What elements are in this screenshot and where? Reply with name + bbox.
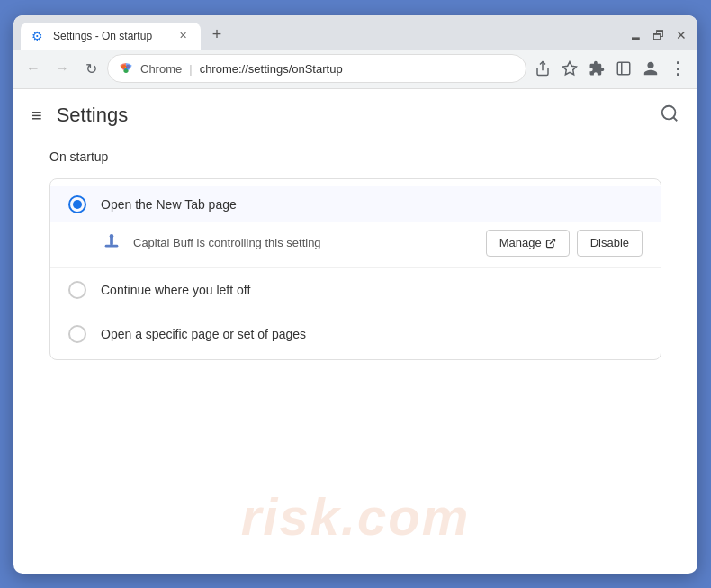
content-wrapper: ≡ Settings On startup [14,89,698,574]
option-new-tab-label: Open the New Tab page [101,197,237,212]
svg-marker-2 [563,62,577,75]
new-tab-button[interactable]: + [204,23,230,48]
window-controls: 🗕 🗗 ✕ [626,26,690,44]
section-label: On startup [50,149,662,164]
maximize-button[interactable]: 🗗 [649,26,669,44]
svg-point-5 [662,105,676,119]
tab-close-button[interactable]: ✕ [176,29,190,43]
manage-button[interactable]: Manage [486,230,570,257]
divider-1 [50,267,661,268]
radio-new-tab[interactable] [68,195,86,213]
profile-button[interactable] [638,56,663,81]
minimize-button[interactable]: 🗕 [626,26,645,44]
svg-point-9 [110,233,114,238]
close-button[interactable]: ✕ [672,26,690,44]
forward-button[interactable]: → [50,56,75,81]
svg-rect-3 [617,62,630,75]
svg-line-6 [673,117,677,121]
toolbar: ← → ↻ Chrome | chrome://settings/onStart… [14,50,698,89]
option-continue-label: Continue where you left off [101,283,250,297]
bookmark-button[interactable] [557,56,582,81]
option-continue[interactable]: Continue where you left off [50,272,661,308]
address-brand: Chrome [140,62,182,76]
chrome-menu-button[interactable]: ⋮ [665,56,690,81]
svg-line-10 [550,239,555,244]
chrome-logo-icon [119,61,133,76]
extension-row: Capital Buff is controlling this setting… [50,222,661,264]
disable-button[interactable]: Disable [577,230,643,257]
extension-actions: Manage Disable [486,230,643,257]
back-button[interactable]: ← [21,56,46,81]
manage-label: Manage [500,236,542,249]
page-title: Settings [57,104,660,127]
hamburger-menu-icon[interactable]: ≡ [32,105,42,126]
address-separator: | [189,62,192,76]
share-button[interactable] [530,56,555,81]
tab-title: Settings - On startup [53,30,168,42]
settings-header: ≡ Settings [14,89,698,135]
address-url: chrome://settings/onStartup [200,62,343,76]
settings-content: ≡ Settings On startup [14,89,698,375]
option-new-tab[interactable]: Open the New Tab page [50,186,661,222]
divider-2 [50,312,661,312]
radio-continue[interactable] [68,281,86,299]
search-settings-button[interactable] [660,104,680,128]
tab-favicon: ⚙ [32,29,46,43]
radio-new-tab-inner [73,200,82,209]
title-bar: ⚙ Settings - On startup ✕ + 🗕 🗗 ✕ [14,15,698,50]
extensions-button[interactable] [584,56,609,81]
option-specific[interactable]: Open a specific page or set of pages [50,316,661,352]
watermark: risk.com [241,486,471,547]
settings-body: On startup Open the New Tab page [14,135,698,375]
radio-specific[interactable] [68,325,86,343]
active-tab[interactable]: ⚙ Settings - On startup ✕ [21,23,201,50]
extension-controlling-text: Capital Buff is controlling this setting [133,236,475,249]
address-bar[interactable]: Chrome | chrome://settings/onStartup [107,54,526,83]
startup-options-card: Open the New Tab page Capital Bu [50,178,662,360]
extension-icon [101,232,122,254]
reload-button[interactable]: ↻ [78,56,104,81]
toolbar-actions: ⋮ [530,56,690,81]
sidebar-button[interactable] [611,56,636,81]
option-specific-label: Open a specific page or set of pages [101,327,306,341]
